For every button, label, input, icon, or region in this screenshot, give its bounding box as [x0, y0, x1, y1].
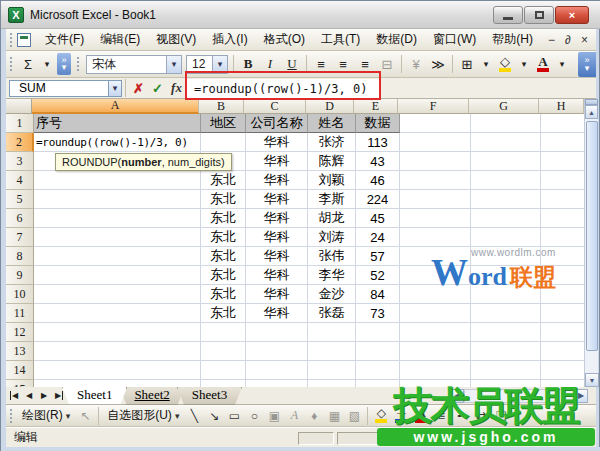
font-name-select[interactable]: 宋体▾: [86, 55, 182, 74]
oval-icon[interactable]: ○: [245, 407, 263, 425]
cell-D6[interactable]: 胡龙: [308, 209, 356, 228]
cell-G6[interactable]: [471, 209, 541, 228]
font-color-button[interactable]: A: [533, 54, 553, 74]
select-all-corner[interactable]: [6, 99, 32, 114]
cell-A11[interactable]: [34, 304, 201, 323]
cell-D2[interactable]: 张济: [308, 133, 356, 152]
cell-G8[interactable]: [471, 247, 541, 266]
cell-G12[interactable]: [471, 323, 541, 342]
sheet-tab-sheet1[interactable]: Sheet1: [62, 387, 127, 405]
cell-A4[interactable]: [34, 171, 201, 190]
cell-H13[interactable]: [541, 342, 584, 361]
cell-C6[interactable]: 华科: [246, 209, 308, 228]
cell-H1[interactable]: [541, 114, 584, 133]
select-objects-icon[interactable]: ↖: [76, 407, 94, 425]
menu-item[interactable]: 插入(I): [204, 28, 255, 51]
cell-D12[interactable]: [308, 323, 356, 342]
menu-item[interactable]: 工具(T): [313, 28, 368, 51]
cell-B12[interactable]: [201, 323, 246, 342]
cell-D4[interactable]: 刘颖: [308, 171, 356, 190]
cell-D11[interactable]: 张磊: [308, 304, 356, 323]
cell-G3[interactable]: [471, 152, 541, 171]
line-style-icon[interactable]: ≡: [432, 407, 450, 425]
horizontal-scrollbar[interactable]: [464, 389, 574, 403]
cell-F1[interactable]: [400, 114, 471, 133]
cell-G1[interactable]: [471, 114, 541, 133]
cell-A13[interactable]: [34, 342, 201, 361]
cell-E1[interactable]: 数据: [356, 114, 400, 133]
row-header-11[interactable]: 11: [6, 304, 34, 323]
cell-G2[interactable]: [471, 133, 541, 152]
cell-C14[interactable]: [246, 361, 308, 380]
align-left-button[interactable]: ≡: [311, 54, 331, 74]
row-header-6[interactable]: 6: [6, 209, 34, 228]
italic-button[interactable]: I: [260, 54, 280, 74]
first-sheet-button[interactable]: ◀: [7, 389, 21, 403]
cell-F12[interactable]: [400, 323, 471, 342]
cell-H6[interactable]: [541, 209, 584, 228]
cell-F9[interactable]: [400, 266, 471, 285]
cell-D10[interactable]: 金沙: [308, 285, 356, 304]
cell-E9[interactable]: 52: [356, 266, 400, 285]
column-header-E[interactable]: E: [354, 99, 398, 114]
cell-C12[interactable]: [246, 323, 308, 342]
cell-C15[interactable]: [246, 380, 308, 387]
cell-B8[interactable]: 东北: [201, 247, 246, 266]
cell-F14[interactable]: [400, 361, 471, 380]
cell-B1[interactable]: 地区: [201, 114, 246, 133]
column-header-H[interactable]: H: [539, 99, 584, 114]
cell-B7[interactable]: 东北: [201, 228, 246, 247]
cell-H2[interactable]: [541, 133, 584, 152]
cell-F7[interactable]: [400, 228, 471, 247]
arrow-style-icon[interactable]: ⇄: [472, 407, 490, 425]
cell-G7[interactable]: [471, 228, 541, 247]
clip-art-icon[interactable]: ▦: [325, 407, 343, 425]
cell-D9[interactable]: 李华: [308, 266, 356, 285]
menu-item[interactable]: 数据(D): [368, 28, 425, 51]
column-header-B[interactable]: B: [199, 99, 244, 114]
menu-item[interactable]: 窗口(W): [425, 28, 484, 51]
autoshapes-menu-button[interactable]: 自选图形(U)▾: [102, 405, 184, 426]
cell-C3[interactable]: 华科: [246, 152, 308, 171]
cell-F10[interactable]: [400, 285, 471, 304]
cell-H9[interactable]: [541, 266, 584, 285]
cell-F6[interactable]: [400, 209, 471, 228]
line-icon[interactable]: ╲: [185, 407, 203, 425]
cell-E12[interactable]: [356, 323, 400, 342]
cell-E14[interactable]: [356, 361, 400, 380]
font-color-icon[interactable]: A: [412, 407, 430, 425]
dash-style-icon[interactable]: ╍: [452, 407, 470, 425]
cell-H12[interactable]: [541, 323, 584, 342]
cell-C13[interactable]: [246, 342, 308, 361]
insert-function-icon[interactable]: fx: [168, 80, 185, 97]
cell-E10[interactable]: 84: [356, 285, 400, 304]
prev-sheet-button[interactable]: ◀: [22, 389, 36, 403]
shape-fill-icon[interactable]: ◇: [372, 407, 390, 425]
cell-G15[interactable]: [471, 380, 541, 387]
cell-G9[interactable]: [471, 266, 541, 285]
row-header-13[interactable]: 13: [6, 342, 34, 361]
chevron-down-icon[interactable]: ▾: [212, 56, 227, 73]
cell-A12[interactable]: [34, 323, 201, 342]
maximize-button[interactable]: [524, 6, 554, 24]
formula-input[interactable]: =roundup((row()-1)/3, 0): [187, 79, 381, 98]
cell-A6[interactable]: [34, 209, 201, 228]
column-header-F[interactable]: F: [398, 99, 469, 114]
cell-E3[interactable]: 43: [356, 152, 400, 171]
cancel-icon[interactable]: ✗: [130, 80, 147, 97]
close-button[interactable]: ×: [555, 6, 589, 24]
cell-D1[interactable]: 姓名: [308, 114, 356, 133]
cell-H14[interactable]: [541, 361, 584, 380]
diagram-icon[interactable]: ♦: [305, 407, 323, 425]
row-header-7[interactable]: 7: [6, 228, 34, 247]
row-header-1[interactable]: 1: [6, 114, 34, 133]
column-header-C[interactable]: C: [244, 99, 306, 114]
cell-G13[interactable]: [471, 342, 541, 361]
cell-F4[interactable]: [400, 171, 471, 190]
cell-F5[interactable]: [400, 190, 471, 209]
cell-F11[interactable]: [400, 304, 471, 323]
cell-H8[interactable]: [541, 247, 584, 266]
row-header-5[interactable]: 5: [6, 190, 34, 209]
name-box[interactable]: SUM: [9, 80, 109, 97]
cell-E7[interactable]: 24: [356, 228, 400, 247]
